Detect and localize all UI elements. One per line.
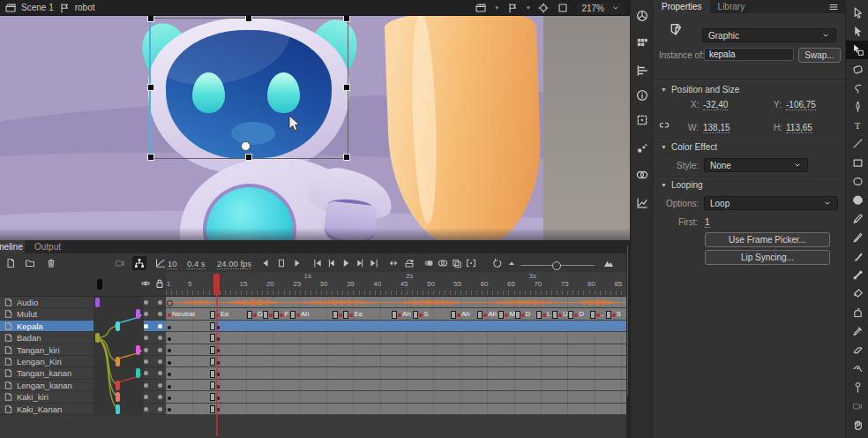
zoom-in-timeline-button[interactable] (602, 256, 616, 270)
y-value[interactable]: -106,75 (786, 100, 816, 110)
layer-lock-dot[interactable] (158, 407, 162, 412)
symbol-type-dropdown[interactable]: Graphic (702, 28, 836, 42)
step-back-button[interactable] (258, 256, 273, 270)
frames-row-Kaki_Kanan[interactable] (166, 404, 626, 415)
span-end-Tangan_kanan[interactable] (210, 370, 215, 378)
clip-content-button[interactable] (557, 3, 568, 13)
panel-divider[interactable] (626, 240, 630, 438)
tab-output[interactable]: Output (26, 240, 69, 253)
breadcrumb-scene[interactable]: Scene 1 (21, 3, 54, 12)
zoom-out-timeline-button[interactable] (505, 256, 519, 270)
oval-tool[interactable] (846, 172, 868, 191)
mouth-span-end-f54[interactable] (451, 311, 456, 319)
transform-panel-button[interactable] (633, 111, 651, 129)
subselection-tool[interactable] (846, 22, 868, 41)
mouth-span-end-f83[interactable] (606, 311, 611, 319)
looping-section-header[interactable]: ▼Looping (661, 180, 703, 190)
go-to-last-frame-button[interactable] (367, 256, 381, 270)
camera-tool[interactable] (846, 396, 868, 415)
instance-name-field[interactable]: kepala (704, 48, 794, 61)
layer-lock-dot[interactable] (158, 383, 162, 388)
selection-handle-top-mid[interactable] (245, 16, 252, 22)
link-width-height-icon[interactable] (657, 119, 671, 132)
keyframe-mulut-f67[interactable] (521, 313, 525, 317)
elapsed-time-indicator[interactable]: 0.4 s (187, 259, 206, 269)
eraser-tool[interactable] (846, 341, 868, 359)
edit-multiple-frames-button[interactable] (450, 256, 464, 270)
delete-layer-button[interactable] (44, 256, 58, 270)
ink-bottle-tool[interactable] (846, 303, 868, 321)
mouth-span-end-f19[interactable] (263, 311, 268, 319)
step-forward-button[interactable] (290, 256, 304, 270)
layer-lock-dot[interactable] (158, 336, 162, 340)
brushes-panel-button[interactable] (633, 140, 651, 157)
mouth-span-end-f9[interactable] (210, 311, 215, 319)
audio-keyframe[interactable] (167, 300, 173, 306)
selection-handle-bottom-right[interactable] (343, 154, 350, 161)
frames-row-Badan[interactable] (166, 332, 626, 344)
text-tool[interactable]: T (846, 116, 868, 134)
frames-row-Tangan_kiri[interactable] (166, 344, 626, 356)
keyframe-mulut-f55[interactable] (457, 313, 460, 317)
layer-lock-dot[interactable] (158, 359, 162, 364)
frames-area[interactable]: NeutralEeDEFAhDEeAhSAhAhMDLUhD..S (166, 297, 626, 415)
span-end-Badan[interactable] (210, 334, 215, 342)
stage-canvas[interactable] (0, 16, 630, 240)
timeline-zoom-slider-knob[interactable] (552, 261, 561, 270)
keyframe-Badan-f1[interactable] (168, 337, 171, 341)
parent-tag-Tangan_kiri[interactable] (136, 345, 140, 355)
mouth-span-end-f80[interactable] (590, 311, 595, 319)
keyframe-Kepala-f1[interactable] (168, 326, 171, 329)
mouth-span-end-f43[interactable] (392, 311, 397, 319)
layer-lock-dot[interactable] (158, 300, 162, 305)
keyframe-mulut-f84[interactable] (612, 313, 616, 317)
mouth-span-end-f76[interactable] (568, 311, 573, 319)
reset-timeline-zoom-button[interactable] (490, 256, 505, 270)
modify-markers-button[interactable] (464, 256, 478, 270)
lock-all-layers-icon[interactable] (153, 277, 166, 290)
align-panel-button[interactable] (633, 62, 651, 79)
selection-handle-top-right[interactable] (343, 16, 350, 22)
use-frame-picker-button[interactable]: Use Frame Picker... (705, 232, 830, 247)
frames-row-Tangan_kanan[interactable] (166, 367, 626, 379)
selection-handle-mid-left[interactable] (147, 84, 154, 91)
cc-libraries-button[interactable] (633, 166, 651, 184)
playhead[interactable] (213, 274, 221, 295)
show-hide-all-layers-icon[interactable] (139, 277, 152, 290)
panel-menu-icon[interactable] (828, 2, 839, 12)
edit-symbols-button[interactable] (507, 3, 518, 13)
orange-character-shape[interactable] (384, 16, 543, 240)
span-end-Lengan_kanan[interactable] (210, 381, 215, 389)
span-end-Kaki_Kanan[interactable] (210, 405, 215, 413)
camera-toggle-button[interactable] (113, 256, 127, 270)
looping-options-dropdown[interactable]: Loop (704, 196, 838, 210)
line-tool[interactable] (846, 134, 868, 153)
layer-lock-dot[interactable] (158, 348, 162, 352)
play-button[interactable] (339, 256, 353, 270)
transformation-point[interactable] (241, 141, 251, 151)
asset-warp-tool[interactable] (846, 378, 868, 396)
go-to-first-frame-button[interactable] (311, 256, 325, 270)
parent-tag-Lengan_kanan[interactable] (116, 381, 120, 390)
parent-tag-Kaki_Kanan[interactable] (116, 404, 120, 414)
h-value[interactable]: 113,65 (786, 123, 812, 133)
w-value[interactable]: 138,15 (703, 123, 730, 133)
step-forward-one-frame-button[interactable] (353, 256, 367, 270)
mouth-span-end-f21[interactable] (273, 311, 279, 319)
graph-editor-button[interactable] (153, 256, 168, 270)
mouth-span-end-f16[interactable] (247, 311, 252, 319)
frames-row-Lengan_kanan[interactable] (166, 380, 626, 391)
color-style-dropdown[interactable]: None (704, 158, 808, 172)
layer-lock-dot[interactable] (158, 371, 162, 375)
swatches-panel-button[interactable] (633, 34, 651, 51)
selection-handle-mid-right[interactable] (343, 84, 350, 91)
parenting-view-toggle[interactable] (132, 256, 146, 270)
center-stage-button[interactable] (538, 3, 549, 13)
selection-tool[interactable] (846, 4, 868, 22)
free-transform-tool[interactable] (846, 41, 868, 59)
keyframe-Lengan_kanan-f1[interactable] (168, 385, 171, 389)
span-end-Kaki_kiri[interactable] (210, 393, 215, 401)
parent-tag-Badan[interactable] (95, 333, 100, 343)
layer-lock-dot[interactable] (158, 324, 162, 328)
selection-handle-bottom-left[interactable] (147, 154, 154, 161)
